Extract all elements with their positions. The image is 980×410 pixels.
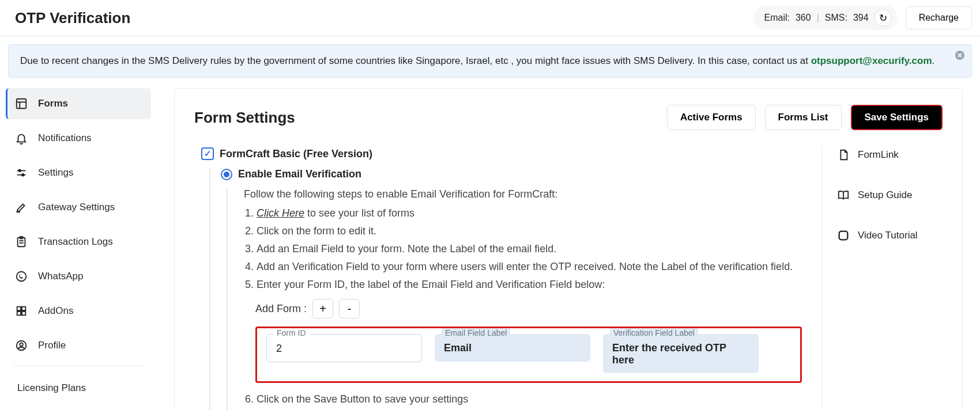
book-icon — [836, 188, 851, 203]
step-6: Click on the Save Button to save your se… — [257, 393, 802, 405]
email-field-input[interactable]: Email — [435, 334, 590, 362]
notice-contact-link[interactable]: otpsupport@xecurify.com — [811, 55, 932, 66]
email-field-label: Email Field Label — [442, 328, 510, 337]
sidebar-item-profile[interactable]: Profile — [6, 330, 151, 361]
email-field: Email Field Label Email — [435, 334, 590, 373]
checkbox-checked-icon[interactable]: ✓ — [201, 147, 214, 160]
svg-point-7 — [22, 174, 24, 176]
header: OTP Verification Email: 360 | SMS: 394 ↻… — [0, 0, 980, 36]
integration-checkbox-row[interactable]: ✓ FormCraft Basic (Free Version) — [201, 147, 802, 160]
quota-pill: Email: 360 | SMS: 394 ↻ — [753, 6, 897, 30]
formlink-link[interactable]: FormLink — [836, 147, 943, 162]
svg-rect-17 — [22, 312, 25, 315]
quota-email-label: Email: — [764, 13, 789, 23]
sidebar-item-notifications[interactable]: Notifications — [6, 123, 151, 154]
header-right: Email: 360 | SMS: 394 ↻ Recharge — [753, 6, 972, 30]
card-actions: Active Forms Forms List Save Settings — [667, 105, 943, 130]
steps-intro: Follow the following steps to enable Ema… — [244, 188, 802, 200]
close-icon[interactable] — [955, 51, 964, 63]
svg-point-13 — [17, 272, 27, 282]
radio-block: Enable Email Verification Follow the fol… — [209, 168, 802, 410]
radio-label: Enable Email Verification — [238, 168, 361, 180]
sidebar-item-label: WhatsApp — [38, 271, 83, 282]
sidebar-item-settings[interactable]: Settings — [6, 157, 151, 188]
profile-icon — [14, 338, 29, 353]
steps-list-cont: Click on the Save Button to save your se… — [244, 393, 802, 405]
body: Forms Notifications Settings Gateway Set… — [0, 88, 980, 410]
form-id-field: Form ID 2 — [266, 334, 422, 373]
setup-guide-link[interactable]: Setup Guide — [836, 188, 943, 203]
sidebar-item-label: Forms — [38, 98, 68, 109]
add-form-plus-button[interactable]: + — [312, 299, 333, 318]
refresh-icon[interactable]: ↻ — [875, 9, 892, 26]
video-icon — [836, 228, 851, 243]
notice-text-b: . — [932, 55, 935, 66]
main: Form Settings Active Forms Forms List Sa… — [157, 88, 980, 410]
grid-icon — [14, 303, 29, 318]
recharge-button[interactable]: Recharge — [906, 6, 972, 29]
sidebar-item-transaction-logs[interactable]: Transaction Logs — [6, 226, 151, 257]
quota-email-value: 360 — [796, 13, 811, 23]
svg-rect-15 — [22, 307, 25, 310]
sidebar-item-gateway-settings[interactable]: Gateway Settings — [6, 192, 151, 223]
svg-rect-21 — [839, 231, 848, 240]
verification-field-input[interactable]: Enter the received OTP here — [603, 334, 759, 373]
step-5: Enter your Form ID, the label of the Ema… — [257, 279, 802, 291]
verification-field-label: Verification Field Label — [610, 328, 698, 337]
sidebar-item-addons[interactable]: AddOns — [6, 295, 151, 327]
svg-rect-1 — [17, 99, 27, 109]
radio-selected-icon[interactable] — [221, 169, 232, 180]
sliders-icon — [14, 165, 29, 180]
whatsapp-icon — [14, 269, 29, 284]
steps-list: Click Here to see your list of forms Cli… — [244, 207, 802, 291]
document-icon — [836, 147, 851, 162]
clipboard-icon — [14, 234, 29, 249]
sidebar-item-label: Profile — [38, 340, 66, 351]
step-2: Click on the form to edit it. — [257, 225, 802, 237]
card-title: Form Settings — [194, 109, 295, 127]
sidebar-item-label: Gateway Settings — [38, 202, 115, 213]
sidebar: Forms Notifications Settings Gateway Set… — [0, 88, 157, 410]
add-form-label: Add Form : — [255, 303, 307, 315]
sidebar-item-whatsapp[interactable]: WhatsApp — [6, 261, 151, 292]
pen-icon — [14, 200, 29, 215]
setup-guide-label: Setup Guide — [858, 189, 913, 201]
checkbox-label: FormCraft Basic (Free Version) — [220, 148, 372, 160]
forms-list-button[interactable]: Forms List — [765, 105, 842, 130]
fields-box: Form ID 2 Email Field Label Email Verifi… — [255, 327, 802, 383]
click-here-link[interactable]: Click Here — [257, 207, 304, 219]
svg-point-19 — [20, 343, 23, 346]
sidebar-item-label: AddOns — [38, 305, 73, 317]
sidebar-item-label: Settings — [38, 167, 73, 179]
save-settings-button[interactable]: Save Settings — [851, 105, 943, 130]
active-forms-button[interactable]: Active Forms — [667, 105, 756, 130]
card-header: Form Settings Active Forms Forms List Sa… — [194, 105, 943, 130]
right-column: FormLink Setup Guide Video Tutorial — [821, 147, 943, 410]
step-4: Add an Verification Field to your form w… — [257, 261, 802, 273]
form-id-input[interactable]: 2 — [266, 334, 422, 362]
sidebar-item-label: Notifications — [38, 132, 92, 144]
enable-email-radio[interactable]: Enable Email Verification — [221, 168, 802, 180]
sidebar-item-licensing-plans[interactable]: Licensing Plans — [6, 374, 151, 402]
step-1: Click Here to see your list of forms — [257, 207, 802, 219]
bell-icon — [14, 131, 29, 146]
step-1-rest: to see your list of forms — [304, 207, 414, 219]
left-column: ✓ FormCraft Basic (Free Version) Enable … — [194, 147, 802, 410]
svg-point-6 — [18, 170, 21, 172]
form-id-label: Form ID — [273, 328, 310, 337]
svg-rect-14 — [17, 307, 21, 310]
add-form-row: Add Form : + - — [255, 299, 802, 318]
quota-sms-label: SMS: — [825, 13, 847, 23]
svg-rect-16 — [17, 312, 21, 315]
sidebar-item-forms[interactable]: Forms — [6, 88, 151, 119]
forms-icon — [14, 96, 29, 111]
sidebar-item-faqs[interactable]: FAQs — [6, 402, 151, 410]
quota-sms-value: 394 — [853, 13, 869, 23]
video-tutorial-link[interactable]: Video Tutorial — [836, 228, 943, 243]
sidebar-item-label: Transaction Logs — [38, 236, 113, 248]
notice-banner: Due to recent changes in the SMS Deliver… — [8, 44, 972, 78]
formlink-label: FormLink — [858, 149, 899, 161]
notice-text-a: Due to recent changes in the SMS Deliver… — [20, 55, 811, 66]
steps-block: Follow the following steps to enable Ema… — [227, 188, 802, 410]
add-form-minus-button[interactable]: - — [339, 299, 360, 318]
